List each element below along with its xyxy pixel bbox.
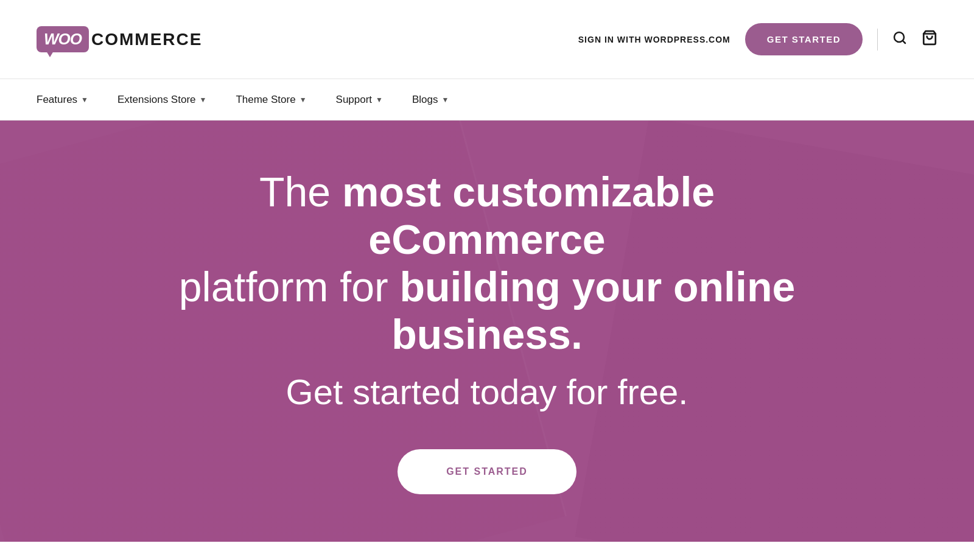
header-right: SIGN IN WITH WORDPRESS.COM GET STARTED (578, 23, 937, 55)
chevron-down-icon: ▼ (300, 96, 307, 104)
hero-cta-button[interactable]: GET STARTED (398, 449, 576, 494)
sign-in-button[interactable]: SIGN IN WITH WORDPRESS.COM (578, 35, 730, 44)
nav-support-label: Support (336, 94, 373, 106)
hero-section: The most customizable eCommerce platform… (0, 121, 974, 542)
chevron-down-icon: ▼ (376, 96, 383, 104)
hero-subtitle: Get started today for free. (177, 371, 797, 413)
logo-commerce-text: COMMERCE (91, 30, 202, 49)
chevron-down-icon: ▼ (81, 96, 88, 104)
hero-line2-bold: building your online business. (391, 264, 795, 357)
nav-item-support[interactable]: Support ▼ (336, 94, 383, 106)
hero-headline-line1: The most customizable eCommerce (177, 168, 797, 263)
logo-woo-box: WOO (37, 26, 89, 52)
nav-theme-label: Theme Store (236, 94, 295, 106)
get-started-header-button[interactable]: GET STARTED (745, 23, 863, 55)
svg-line-1 (903, 40, 905, 43)
hero-headline-line2: platform for building your online busine… (177, 263, 797, 358)
site-header: WOO COMMERCE SIGN IN WITH WORDPRESS.COM … (0, 0, 974, 79)
logo-woo-text: WOO (44, 30, 82, 49)
nav-item-blogs[interactable]: Blogs ▼ (412, 94, 449, 106)
nav-item-extensions-store[interactable]: Extensions Store ▼ (117, 94, 206, 106)
chevron-down-icon: ▼ (200, 96, 207, 104)
cart-button[interactable] (922, 30, 937, 49)
chevron-down-icon: ▼ (442, 96, 449, 104)
search-icon (892, 30, 907, 45)
main-nav: Features ▼ Extensions Store ▼ Theme Stor… (0, 79, 974, 121)
nav-item-features[interactable]: Features ▼ (37, 94, 88, 106)
hero-content: The most customizable eCommerce platform… (152, 168, 822, 494)
cart-icon (922, 30, 937, 46)
nav-extensions-label: Extensions Store (117, 94, 196, 106)
header-divider (877, 29, 878, 51)
hero-line1-normal: The (259, 169, 342, 215)
nav-item-theme-store[interactable]: Theme Store ▼ (236, 94, 306, 106)
hero-line1-bold: most customizable eCommerce (342, 169, 715, 262)
search-button[interactable] (892, 30, 907, 49)
hero-line2-normal: platform for (179, 264, 400, 310)
logo[interactable]: WOO COMMERCE (37, 26, 202, 52)
nav-features-label: Features (37, 94, 77, 106)
nav-blogs-label: Blogs (412, 94, 438, 106)
